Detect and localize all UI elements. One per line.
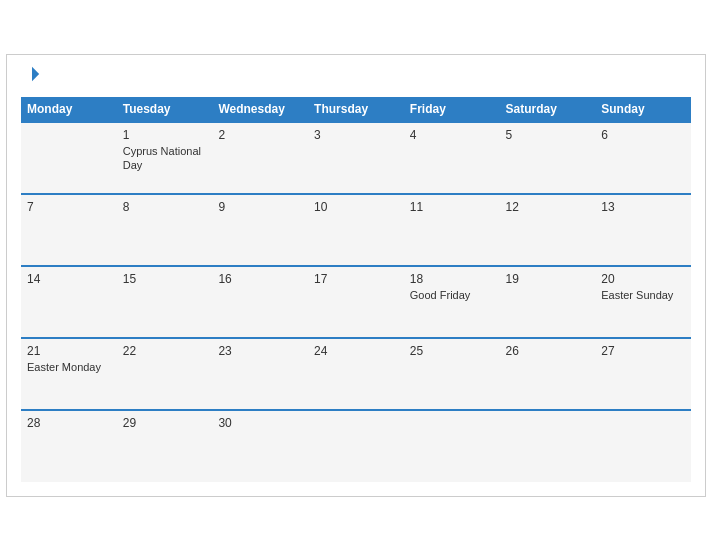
day-number: 25 (410, 344, 494, 358)
calendar-week-row: 1Cyprus National Day23456 (21, 122, 691, 194)
logo (21, 65, 41, 87)
day-number: 20 (601, 272, 685, 286)
calendar-day-cell: 15 (117, 266, 213, 338)
day-number: 18 (410, 272, 494, 286)
day-number: 2 (218, 128, 302, 142)
calendar-day-cell: 17 (308, 266, 404, 338)
day-number: 16 (218, 272, 302, 286)
day-number: 10 (314, 200, 398, 214)
weekday-header: Thursday (308, 97, 404, 122)
day-number: 22 (123, 344, 207, 358)
day-number: 17 (314, 272, 398, 286)
day-event: Cyprus National Day (123, 145, 201, 171)
day-number: 12 (506, 200, 590, 214)
day-number: 5 (506, 128, 590, 142)
svg-marker-0 (32, 66, 39, 73)
calendar-week-row: 282930 (21, 410, 691, 482)
day-event: Easter Monday (27, 361, 101, 373)
weekday-header: Sunday (595, 97, 691, 122)
calendar-day-cell: 5 (500, 122, 596, 194)
calendar-day-cell: 20Easter Sunday (595, 266, 691, 338)
calendar-container: MondayTuesdayWednesdayThursdayFridaySatu… (6, 54, 706, 497)
calendar-day-cell: 26 (500, 338, 596, 410)
calendar-day-cell: 23 (212, 338, 308, 410)
day-number: 30 (218, 416, 302, 430)
calendar-day-cell: 24 (308, 338, 404, 410)
weekday-header: Friday (404, 97, 500, 122)
day-number: 15 (123, 272, 207, 286)
day-number: 26 (506, 344, 590, 358)
day-number: 9 (218, 200, 302, 214)
calendar-day-cell: 27 (595, 338, 691, 410)
calendar-day-cell: 14 (21, 266, 117, 338)
calendar-header (21, 65, 691, 87)
calendar-day-cell (500, 410, 596, 482)
day-number: 13 (601, 200, 685, 214)
calendar-day-cell: 9 (212, 194, 308, 266)
calendar-week-row: 1415161718Good Friday1920Easter Sunday (21, 266, 691, 338)
calendar-day-cell: 8 (117, 194, 213, 266)
day-number: 19 (506, 272, 590, 286)
day-number: 11 (410, 200, 494, 214)
weekday-header: Saturday (500, 97, 596, 122)
calendar-day-cell: 13 (595, 194, 691, 266)
weekday-header: Wednesday (212, 97, 308, 122)
day-number: 4 (410, 128, 494, 142)
calendar-day-cell: 22 (117, 338, 213, 410)
calendar-day-cell: 16 (212, 266, 308, 338)
calendar-day-cell: 21Easter Monday (21, 338, 117, 410)
day-number: 6 (601, 128, 685, 142)
day-number: 24 (314, 344, 398, 358)
day-number: 7 (27, 200, 111, 214)
calendar-day-cell: 1Cyprus National Day (117, 122, 213, 194)
day-number: 28 (27, 416, 111, 430)
calendar-day-cell: 2 (212, 122, 308, 194)
day-number: 27 (601, 344, 685, 358)
day-event: Easter Sunday (601, 289, 673, 301)
day-number: 14 (27, 272, 111, 286)
day-number: 1 (123, 128, 207, 142)
calendar-day-cell: 7 (21, 194, 117, 266)
calendar-day-cell: 11 (404, 194, 500, 266)
day-number: 8 (123, 200, 207, 214)
logo-flag-icon (23, 65, 41, 83)
day-number: 23 (218, 344, 302, 358)
day-number: 21 (27, 344, 111, 358)
day-number: 29 (123, 416, 207, 430)
calendar-day-cell: 29 (117, 410, 213, 482)
calendar-day-cell: 10 (308, 194, 404, 266)
calendar-day-cell (595, 410, 691, 482)
calendar-table: MondayTuesdayWednesdayThursdayFridaySatu… (21, 97, 691, 482)
calendar-day-cell: 18Good Friday (404, 266, 500, 338)
calendar-day-cell: 12 (500, 194, 596, 266)
calendar-day-cell: 3 (308, 122, 404, 194)
calendar-week-row: 21Easter Monday222324252627 (21, 338, 691, 410)
weekday-header-row: MondayTuesdayWednesdayThursdayFridaySatu… (21, 97, 691, 122)
calendar-day-cell (308, 410, 404, 482)
weekday-header: Tuesday (117, 97, 213, 122)
day-event: Good Friday (410, 289, 471, 301)
svg-marker-1 (32, 74, 39, 81)
calendar-day-cell: 28 (21, 410, 117, 482)
day-number: 3 (314, 128, 398, 142)
calendar-day-cell: 25 (404, 338, 500, 410)
calendar-day-cell (404, 410, 500, 482)
calendar-day-cell: 4 (404, 122, 500, 194)
calendar-week-row: 78910111213 (21, 194, 691, 266)
calendar-day-cell (21, 122, 117, 194)
calendar-day-cell: 19 (500, 266, 596, 338)
weekday-header: Monday (21, 97, 117, 122)
calendar-day-cell: 6 (595, 122, 691, 194)
calendar-day-cell: 30 (212, 410, 308, 482)
